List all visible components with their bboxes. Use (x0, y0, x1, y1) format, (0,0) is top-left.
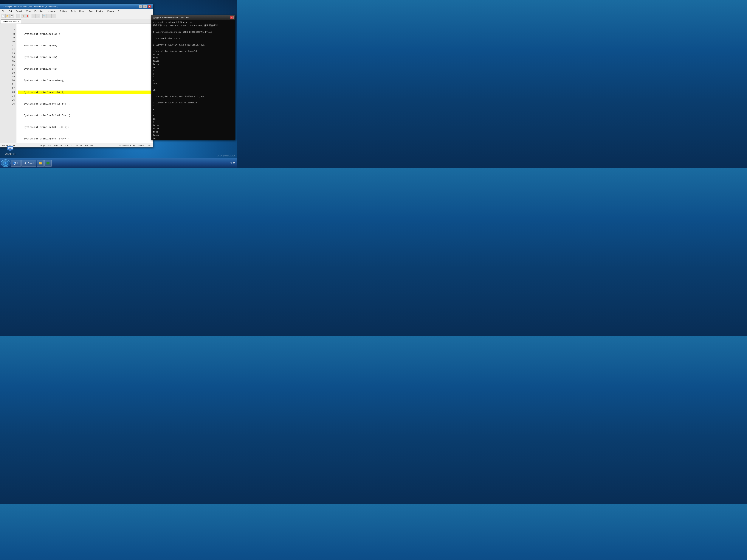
menu-run[interactable]: Run (88, 10, 93, 12)
line-num-12: 12 (12, 48, 15, 51)
line-num-7: 7 (13, 29, 15, 31)
folder-icon (38, 161, 42, 165)
redo-button[interactable]: ↪ (36, 14, 40, 18)
line-num-18: 18 (12, 72, 15, 74)
desktop: C:\Java\jdk-12.0.2\helloworld.java - Not… (0, 0, 237, 168)
menu-macro[interactable]: Macro (78, 10, 86, 12)
new-button[interactable]: 📄 (1, 14, 5, 18)
line-num-11: 11 (12, 44, 15, 47)
code-line-12: System.out.println(a++-b++); (18, 90, 151, 95)
cmd-close-button[interactable]: ✕ (230, 16, 234, 19)
status-bar: Normal text file length : 667 lines : 26… (0, 143, 153, 147)
menu-view[interactable]: View (26, 10, 31, 12)
tab-bar: helloworld.java ✕ (0, 19, 153, 24)
menu-tools[interactable]: Tools (70, 10, 76, 12)
tab-helloworld[interactable]: helloworld.java ✕ (1, 20, 21, 24)
notepad-window: C:\Java\jdk-12.0.2\helloworld.java - Not… (0, 4, 153, 148)
line-num-20: 20 (12, 79, 15, 82)
system-tray: 12:00 (230, 162, 236, 164)
menu-encoding[interactable]: Encoding (34, 10, 44, 12)
tab-close-icon[interactable]: ✕ (18, 21, 19, 23)
menu-edit[interactable]: Edit (8, 10, 13, 12)
line-num-24: 24 (12, 95, 15, 98)
cmd-content[interactable]: Microsoft Windows [版本 6.1.7601] 版权所有 (c)… (151, 20, 235, 140)
watermark: CSDN @0xjdk202020 (217, 155, 235, 157)
start-button[interactable] (1, 159, 10, 167)
line-num-23: 23 (12, 91, 15, 94)
toolbar-separator-2 (30, 14, 31, 18)
code-line-10: System.out.println(++a); (18, 67, 151, 71)
status-lines: lines : 26 (54, 144, 62, 146)
line-num-25: 25 (12, 99, 15, 101)
line-num-10: 10 (12, 40, 15, 43)
line-num-8: 8 (13, 33, 15, 35)
svg-line-13 (26, 164, 26, 164)
code-line-14: System.out.println(5>2 && 6>a++); (18, 114, 151, 117)
menu-window[interactable]: Window (106, 10, 115, 12)
save-button[interactable]: 💾 (10, 14, 14, 18)
menu-language[interactable]: Language (46, 10, 57, 12)
open-button[interactable]: 📂 (5, 14, 9, 18)
copy-button[interactable]: 📋 (21, 14, 25, 18)
menu-help[interactable]: ? (117, 10, 120, 12)
menu-file[interactable]: File (1, 10, 6, 12)
line-num-13: 13 (12, 52, 15, 55)
code-line-8: System.out.println(b++); (18, 44, 151, 48)
status-pos: Pos : 294 (85, 144, 93, 146)
toolbar-separator-3 (41, 14, 42, 18)
line-num-9: 9 (13, 36, 15, 39)
notepad-title: C:\Java\jdk-12.0.2\helloworld.java - Not… (2, 5, 58, 8)
status-col: Col : 33 (75, 144, 82, 146)
zoom-out-button[interactable]: − (51, 14, 55, 18)
code-line-15: System.out.println(6>8 |5<a++); (18, 126, 151, 129)
desktop-icon-uninstall[interactable]: PC uninstall.exe (4, 145, 17, 155)
paste-button[interactable]: 📌 (25, 14, 29, 18)
status-ln: Ln : 12 (66, 144, 72, 146)
taskbar-search[interactable]: Search (22, 160, 36, 167)
cmd-titlebar: 管理员: C:\Windows\system32\cmd.exe ✕ (151, 15, 235, 20)
search-icon (23, 161, 27, 165)
minimize-button[interactable]: ─ (139, 5, 143, 8)
svg-text:PC: PC (9, 148, 11, 149)
menu-search[interactable]: Search (15, 10, 23, 12)
line-num-19: 19 (12, 75, 15, 78)
menu-plugins[interactable]: Plugins (96, 10, 104, 12)
media-icon (46, 161, 50, 165)
undo-button[interactable]: ↩ (31, 14, 36, 18)
taskbar-ie-label: Ie (17, 162, 19, 164)
code-area: 7 8 9 10 11 12 13 14 15 16 17 18 19 20 2… (0, 24, 153, 143)
notepad-titlebar: C:\Java\jdk-12.0.2\helloworld.java - Not… (0, 4, 153, 9)
taskbar: Ie Search (0, 158, 237, 168)
taskbar-search-label: Search (28, 162, 34, 164)
line-num-26: 26 (12, 103, 15, 105)
svg-rect-16 (38, 162, 40, 163)
code-line-16: System.out.println(6>8 |5>a++); (18, 137, 151, 141)
svg-rect-3 (9, 151, 11, 151)
line-num-16: 16 (12, 64, 15, 66)
code-line-7: System.out.println(b=a++); (18, 32, 151, 36)
desktop-icon-label: uninstall.exe (5, 153, 16, 155)
svg-rect-2 (9, 150, 12, 151)
uninstall-icon: PC (6, 145, 14, 152)
find-button[interactable]: 🔍 (43, 14, 47, 18)
status-middle: length : 667 lines : 26 Ln : 12 Col : 33… (41, 144, 94, 146)
svg-point-12 (24, 162, 26, 164)
ie-icon (13, 161, 17, 165)
status-encoding: UTF-8 (138, 144, 144, 146)
close-button[interactable]: ✕ (148, 5, 151, 8)
taskbar-ie[interactable]: Ie (11, 160, 21, 167)
restore-button[interactable]: □ (143, 5, 147, 8)
cut-button[interactable]: ✂ (16, 14, 20, 18)
menu-settings[interactable]: Settings (59, 10, 68, 12)
cmd-window: 管理员: C:\Windows\system32\cmd.exe ✕ Micro… (151, 15, 235, 140)
code-line-13: System.out.println(4>5 && 6>a++); (18, 102, 151, 106)
taskbar-folder[interactable] (36, 160, 44, 167)
status-ins: INS (148, 144, 151, 146)
taskbar-media[interactable] (45, 160, 52, 167)
status-right: Windows (CR LF) UTF-8 INS (119, 144, 151, 146)
zoom-in-button[interactable]: + (47, 14, 51, 18)
cmd-window-controls: ✕ (230, 16, 234, 19)
code-line-9: System.out.println(++b); (18, 55, 151, 59)
toolbar: 📄 📂 💾 ✂ 📋 📌 ↩ ↪ 🔍 + − (0, 13, 153, 19)
code-content[interactable]: System.out.println(b=a++); System.out.pr… (17, 24, 153, 143)
